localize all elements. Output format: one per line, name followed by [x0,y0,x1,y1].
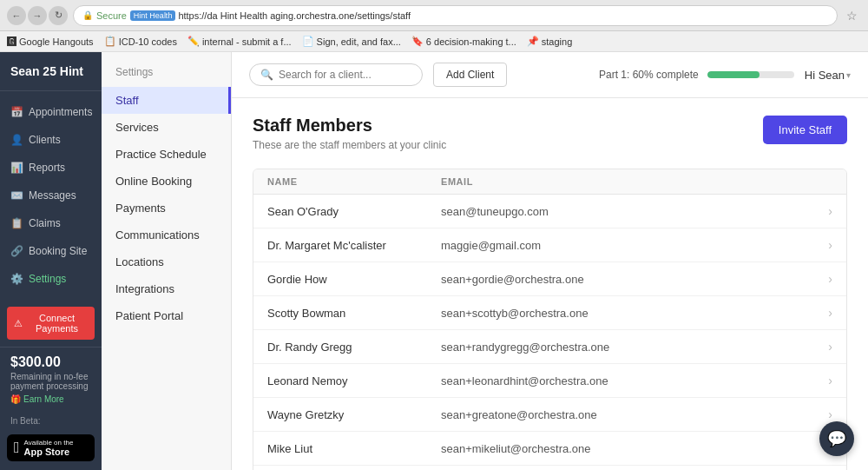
settings-item-practice-schedule[interactable]: Practice Schedule [102,141,231,168]
settings-item-payments[interactable]: Payments [102,195,231,222]
warning-icon: ⚠ [14,318,23,329]
bookmarks-bar: 🅶 Google Hangouts 📋 ICD-10 codes ✏️ inte… [0,31,868,52]
settings-sidebar: Settings Staff Services Practice Schedul… [102,52,232,470]
bookmark-internal[interactable]: ✏️ internal - submit a f... [187,36,292,47]
balance-description: Remaining in no-fee payment processing [10,372,91,391]
chevron-right-icon: › [812,272,832,286]
staff-member-name: Scotty Bowman [267,307,441,320]
chat-widget[interactable]: 💬 [819,421,854,456]
staff-member-email: sean+greatone@orchestra.one [441,408,812,421]
bookmark-star-button[interactable]: ☆ [843,9,861,23]
reports-icon: 📊 [10,162,23,174]
bookmark-hangouts[interactable]: 🅶 Google Hangouts [7,36,94,47]
table-row[interactable]: Ben Max Rubinstein sean+benhint14@orches… [253,466,846,470]
table-row[interactable]: Mike Liut sean+mikeliut@orchestra.one › [253,432,846,466]
chevron-right-icon: › [812,374,832,387]
chevron-right-icon: › [812,238,832,252]
bookmark-icd10[interactable]: 📋 ICD-10 codes [104,36,177,47]
sidebar-item-appointments[interactable]: 📅 Appointments [0,98,102,126]
table-row[interactable]: Leonard Nemoy sean+leonardhint@orchestra… [253,364,846,398]
table-row[interactable]: Gordie How sean+gordie@orchestra.one › [253,262,846,296]
settings-item-integrations[interactable]: Integrations [102,275,231,302]
staff-member-email: sean+randygregg@orchestra.one [441,341,812,354]
app-store-text: Available on the App Store [24,439,74,457]
sidebar-logo: Sean 25 Hint [0,52,102,91]
staff-table: NAME EMAIL Sean O'Grady sean@tuneupgo.co… [253,169,847,470]
earn-more-link[interactable]: 🎁 Earn More [10,394,91,404]
chevron-down-icon: ▾ [846,70,851,80]
staff-member-email: maggie@gmail.com [441,239,812,252]
invite-staff-button[interactable]: Invite Staff [763,116,847,144]
sidebar-item-reports[interactable]: 📊 Reports [0,154,102,182]
staff-subtitle: These are the staff members at your clin… [253,139,446,151]
bookmark-staging[interactable]: 📌 staging [527,36,572,47]
sidebar-item-clients[interactable]: 👤 Clients [0,126,102,154]
clients-icon: 👤 [10,134,23,146]
search-box[interactable]: 🔍 [249,63,423,86]
staff-member-email: sean@tuneupgo.com [441,205,812,218]
sidebar-item-messages[interactable]: ✉️ Messages [0,182,102,209]
booking-icon: 🔗 [10,245,23,257]
table-row[interactable]: Scotty Bowman sean+scottyb@orchestra.one… [253,296,846,330]
secure-label: Secure [96,10,127,21]
settings-icon: ⚙️ [10,273,23,285]
forward-button[interactable]: → [28,6,47,25]
add-client-button[interactable]: Add Client [433,63,507,87]
staff-member-email: sean+gordie@orchestra.one [441,273,812,286]
staff-member-name: Dr. Margaret Mc'calister [267,239,441,252]
staff-header-text: Staff Members These are the staff member… [253,116,446,151]
column-header-name: NAME [267,176,441,187]
sidebar: Sean 25 Hint 📅 Appointments 👤 Clients 📊 … [0,52,102,470]
staff-member-name: Mike Liut [267,442,441,455]
sidebar-item-settings[interactable]: ⚙️ Settings [0,265,102,293]
staff-member-email: sean+leonardhint@orchestra.one [441,374,812,387]
address-bar[interactable]: 🔒 Secure Hint Health https://da Hint Hea… [73,5,838,26]
url-hint-badge: Hint Health [130,10,176,21]
search-input[interactable] [279,69,400,81]
sidebar-item-claims[interactable]: 📋 Claims [0,209,102,237]
staff-title: Staff Members [253,116,446,136]
apple-icon:  [14,439,20,457]
settings-item-patient-portal[interactable]: Patient Portal [102,302,231,329]
settings-item-locations[interactable]: Locations [102,248,231,275]
balance-section: $300.00 Remaining in no-fee payment proc… [0,347,102,411]
staff-member-email: sean+mikeliut@orchestra.one [441,442,812,455]
settings-item-services[interactable]: Services [102,114,231,141]
top-bar: 🔍 Add Client Part 1: 60% complete Hi Sea… [232,52,868,98]
staff-member-name: Sean O'Grady [267,205,441,218]
staff-member-name: Wayne Gretzky [267,408,441,421]
bookmark-decision[interactable]: 🔖 6 decision-making t... [411,36,516,47]
app-store-badge[interactable]:  Available on the App Store [7,434,95,461]
bookmark-sign[interactable]: 📄 Sign, edit, and fax... [302,36,401,47]
table-row[interactable]: Wayne Gretzky sean+greatone@orchestra.on… [253,398,846,432]
refresh-button[interactable]: ↻ [49,6,68,25]
staff-container: Staff Members These are the staff member… [232,98,868,470]
user-greeting[interactable]: Hi Sean ▾ [805,69,851,82]
staff-member-name: Leonard Nemoy [267,374,441,387]
balance-amount: $300.00 [10,354,91,370]
connect-payments-button[interactable]: ⚠ Connect Payments [7,307,95,340]
chevron-right-icon: › [812,407,832,421]
settings-item-online-booking[interactable]: Online Booking [102,168,231,195]
table-row[interactable]: Dr. Margaret Mc'calister maggie@gmail.co… [253,228,846,262]
browser-bar: ← → ↻ 🔒 Secure Hint Health https://da Hi… [0,0,868,31]
chevron-right-icon: › [812,204,832,218]
progress-section: Part 1: 60% complete [599,69,794,81]
table-row[interactable]: Dr. Randy Gregg sean+randygregg@orchestr… [253,330,846,364]
table-row[interactable]: Sean O'Grady sean@tuneupgo.com › [253,195,846,228]
progress-bar-fill [707,71,760,78]
progress-bar [707,71,794,78]
search-icon: 🔍 [260,69,273,81]
staff-table-header: NAME EMAIL [253,169,846,195]
app-container: Sean 25 Hint 📅 Appointments 👤 Clients 📊 … [0,52,868,470]
in-beta-label: In Beta: [0,411,102,431]
back-button[interactable]: ← [7,6,26,25]
app-store-big-label: App Store [24,447,74,457]
lock-icon: 🔒 [82,10,93,20]
gift-icon: 🎁 [10,394,21,404]
app-store-small-label: Available on the [24,439,74,447]
settings-item-communications[interactable]: Communications [102,222,231,248]
settings-item-staff[interactable]: Staff [102,87,231,114]
main-content: 🔍 Add Client Part 1: 60% complete Hi Sea… [232,52,868,470]
sidebar-item-booking-site[interactable]: 🔗 Booking Site [0,237,102,265]
